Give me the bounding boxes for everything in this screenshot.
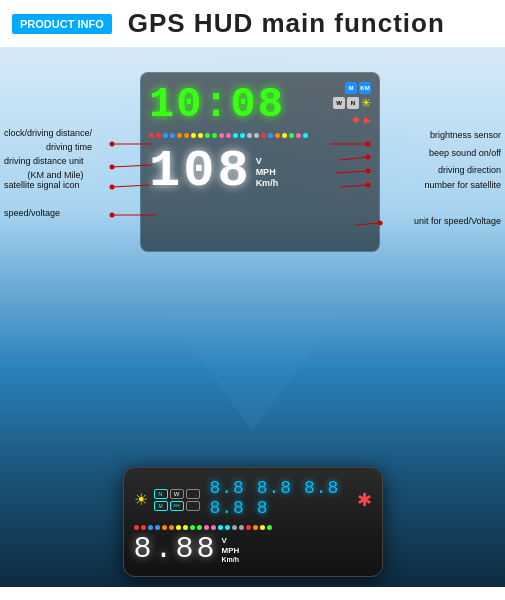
device-speed-row: 8.88 V MPH Km/h xyxy=(134,532,372,566)
dev-dot-green-3 xyxy=(267,525,272,530)
device-dot-row xyxy=(134,525,372,530)
svg-point-1 xyxy=(110,142,115,147)
dev-dot-white-2 xyxy=(239,525,244,530)
dev-dot-cyan-1 xyxy=(218,525,223,530)
svg-line-10 xyxy=(340,157,368,160)
dev-dot-green-2 xyxy=(197,525,202,530)
svg-point-5 xyxy=(110,185,115,190)
svg-point-13 xyxy=(366,169,371,174)
device-unit-kmh: Km/h xyxy=(222,556,240,563)
svg-line-16 xyxy=(355,223,380,225)
dev-dot-cyan-2 xyxy=(225,525,230,530)
dev-dot-yellow-2 xyxy=(183,525,188,530)
dev-dot-red-1 xyxy=(134,525,139,530)
ann-distance-unit-text: driving distance unit(KM and Mile) xyxy=(4,155,84,182)
ann-clock-text: clock/driving distance/driving time xyxy=(4,127,92,154)
device-digit-row-top: 8.8 8.8 8.8 8.8 8 xyxy=(210,478,347,518)
ann-direction-text: driving direction xyxy=(438,164,501,178)
ann-speed-text: speed/voltage xyxy=(4,207,60,221)
dev-dot-red-2 xyxy=(141,525,146,530)
device-speed-digits: 8.88 xyxy=(134,532,218,566)
device-sun-icon: ☀ xyxy=(134,490,148,509)
svg-line-2 xyxy=(112,165,152,167)
svg-point-11 xyxy=(366,155,371,160)
dev-dot-orange-1 xyxy=(162,525,167,530)
dev-dot-pink-1 xyxy=(204,525,209,530)
device-top-row: ☀ N W M KM 8.8 8.8 8.8 8.8 8 ✱ xyxy=(134,478,372,521)
dev-dot-orange-2 xyxy=(169,525,174,530)
dev-dot-green-1 xyxy=(190,525,195,530)
product-info-badge: PRODUCT INFO xyxy=(12,14,112,34)
dev-dot-white-1 xyxy=(232,525,237,530)
dev-dot-pink-2 xyxy=(211,525,216,530)
device-icon-n: N xyxy=(154,489,168,499)
header: PRODUCT INFO GPS HUD main function xyxy=(0,0,505,47)
ann-satellite-num-text: number for satellite xyxy=(424,179,501,193)
device-icon-grid: N W M KM xyxy=(154,489,200,511)
device-speed-units: V MPH Km/h xyxy=(222,536,240,563)
svg-point-3 xyxy=(110,165,115,170)
physical-device: ☀ N W M KM 8.8 8.8 8.8 8.8 8 ✱ xyxy=(123,467,383,577)
svg-line-4 xyxy=(112,185,150,187)
device-icon-w1: W xyxy=(170,489,184,499)
ann-beep-text: beep sound on/off xyxy=(429,147,501,161)
svg-point-9 xyxy=(366,142,371,147)
svg-point-15 xyxy=(366,183,371,188)
dev-dot-yellow-1 xyxy=(176,525,181,530)
device-bluetooth-icon: ✱ xyxy=(357,489,372,511)
main-title: GPS HUD main function xyxy=(128,8,445,39)
svg-point-17 xyxy=(378,221,383,226)
main-content: 10:08 M KM W N ✳ ✦ ▶ xyxy=(0,47,505,587)
svg-point-7 xyxy=(110,213,115,218)
device-icon-blank2 xyxy=(186,501,200,511)
device-unit-v: V xyxy=(222,536,240,545)
device-icon-blank1 xyxy=(186,489,200,499)
ann-speed-unit-text: unit for speed/Voltage xyxy=(414,215,501,229)
dev-dot-blue-1 xyxy=(148,525,153,530)
dev-dot-blue-2 xyxy=(155,525,160,530)
svg-line-12 xyxy=(335,171,368,173)
dev-dot-orange-3 xyxy=(253,525,258,530)
dev-dot-red-3 xyxy=(246,525,251,530)
device-icon-m: M xyxy=(154,501,168,511)
device-unit-mph: MPH xyxy=(222,546,240,555)
ann-brightness-text: brightness sensor xyxy=(430,129,501,143)
dev-dot-yellow-3 xyxy=(260,525,265,530)
device-digit-display: 8.8 8.8 8.8 8.8 8 xyxy=(210,478,347,518)
svg-line-14 xyxy=(340,185,368,187)
device-icon-km: KM xyxy=(170,501,184,511)
ann-satellite-text: satellite signal icon xyxy=(4,179,80,193)
device-container: ☀ N W M KM 8.8 8.8 8.8 8.8 8 ✱ xyxy=(123,467,383,577)
